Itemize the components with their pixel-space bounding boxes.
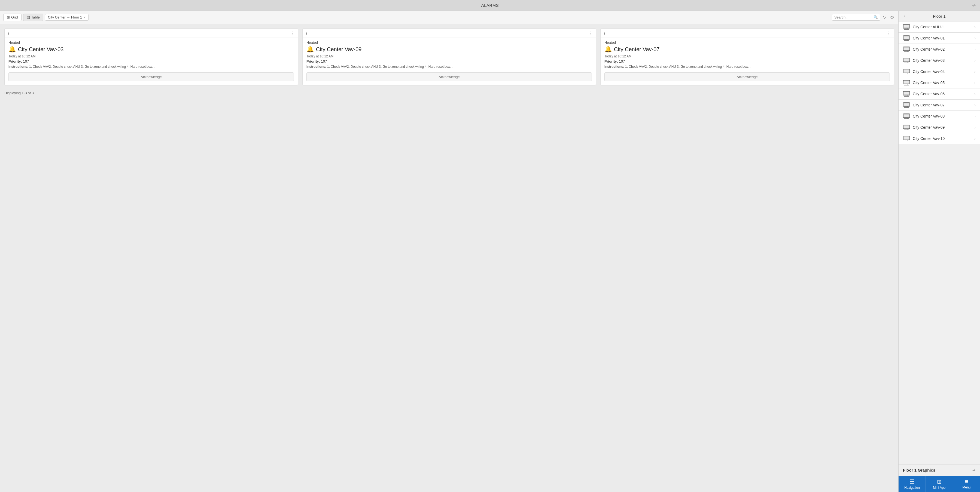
display-count: Displaying 1-3 of 3 [4,90,894,96]
card-3-title: City Center Vav-07 [614,46,659,52]
sidebar-chevron-7: › [974,103,976,107]
sidebar-item-name-6: City Center Vav-06 [913,92,945,96]
mini-app-label: Mini App [933,486,945,490]
filter-button[interactable]: ▽ [882,14,888,21]
alarm-cards-row: ℹ ⋮ Heated 🔔 City Center Vav-03 Today at… [4,28,894,86]
table-view-button[interactable]: ▤ Table [23,14,43,21]
svg-rect-51 [904,136,909,139]
card-2-menu-icon[interactable]: ⋮ [588,31,592,36]
sidebar-item-8[interactable]: City Center Vav-08 › [899,111,980,122]
sidebar-item-9[interactable]: City Center Vav-09 › [899,122,980,133]
sidebar-item-left-3: City Center Vav-03 [903,58,945,63]
card-3-priority: Priority: 107 [605,59,890,63]
search-input[interactable] [834,15,872,19]
card-3-menu-icon[interactable]: ⋮ [886,31,890,36]
device-icon-7 [903,102,910,108]
acknowledge-button-2[interactable]: Acknowledge [306,72,592,81]
svg-rect-31 [904,92,909,95]
sidebar-chevron-9: › [974,125,976,130]
floor-graphics-section: Floor 1 Graphics ⇌ [899,464,980,476]
sidebar-chevron-3: › [974,58,976,63]
search-box: 🔍 [832,14,880,21]
acknowledge-button-3[interactable]: Acknowledge [605,72,890,81]
sidebar-item-name-2: City Center Vav-02 [913,47,945,51]
sidebar-item-5[interactable]: City Center Vav-05 › [899,77,980,89]
card-2-category: Heated [306,41,592,44]
acknowledge-button-1[interactable]: Acknowledge [8,72,294,81]
card-3-timestamp: Today at 10:12 AM [605,54,890,58]
device-icon-9 [903,125,910,130]
gear-icon: ⚙ [890,15,894,20]
sidebar-chevron-0: › [974,25,976,29]
filter-icon: ▽ [883,15,886,20]
alarm-clock-icon-3: 🔔 [605,46,612,53]
sidebar: ← Floor 1 City Center AHU-1 › [898,11,980,492]
sidebar-item-0[interactable]: City Center AHU-1 › [899,22,980,33]
sidebar-item-10[interactable]: City Center Vav-10 › [899,133,980,144]
sidebar-item-name-1: City Center Vav-01 [913,36,945,40]
device-icon-0 [903,24,910,30]
card-2-timestamp: Today at 10:12 AM [306,54,592,58]
device-icon-4 [903,69,910,74]
sidebar-item-name-7: City Center Vav-07 [913,103,945,107]
card-1-menu-icon[interactable]: ⋮ [290,31,294,36]
floor-graphics-header[interactable]: Floor 1 Graphics ⇌ [899,465,980,476]
sidebar-header: ← Floor 1 [899,11,980,22]
alarm-clock-icon-2: 🔔 [306,46,314,53]
sidebar-chevron-2: › [974,47,976,51]
svg-rect-16 [904,59,909,61]
nav-menu[interactable]: ≡ Menu [953,476,980,492]
sidebar-item-left-0: City Center AHU-1 [903,24,944,30]
device-icon-5 [903,80,910,86]
sidebar-item-left-6: City Center Vav-06 [903,91,945,97]
nav-navigation[interactable]: ☰ Navigation [899,476,926,492]
sidebar-item-name-3: City Center Vav-03 [913,58,945,63]
sidebar-item-name-5: City Center Vav-05 [913,81,945,85]
svg-rect-36 [904,103,909,106]
sidebar-chevron-10: › [974,136,976,141]
sidebar-item-3[interactable]: City Center Vav-03 › [899,55,980,66]
navigation-label: Navigation [904,486,920,490]
sidebar-item-6[interactable]: City Center Vav-06 › [899,89,980,100]
svg-rect-41 [904,114,909,117]
sidebar-list: City Center AHU-1 › City Center Vav-01 › [899,22,980,464]
code-icon[interactable]: ⇌ [972,3,976,8]
content-area: ⊞ Grid ▤ Table City Center → Floor 1 × 🔍… [0,11,898,492]
svg-rect-21 [904,70,909,72]
sidebar-item-4[interactable]: City Center Vav-04 › [899,66,980,77]
settings-button[interactable]: ⚙ [889,14,895,21]
menu-icon: ≡ [965,478,968,485]
sidebar-item-left-7: City Center Vav-07 [903,102,945,108]
svg-rect-26 [904,81,909,84]
card-2-footer: Acknowledge [302,72,596,85]
card-1-category: Heated [8,41,294,44]
card-2-instructions: Instructions: 1. Check VAV2. Double chec… [306,65,592,69]
sidebar-item-7[interactable]: City Center Vav-07 › [899,100,980,111]
grid-view-button[interactable]: ⊞ Grid [3,14,22,21]
card-3-header: ℹ ⋮ [601,29,894,38]
card-1-timestamp: Today at 10:12 AM [8,54,294,58]
alarm-card-2: ℹ ⋮ Heated 🔔 City Center Vav-09 Today at… [302,28,596,86]
sidebar-item-left-5: City Center Vav-05 [903,80,945,86]
alarm-card-3: ℹ ⋮ Heated 🔔 City Center Vav-07 Today at… [600,28,894,86]
toolbar: ⊞ Grid ▤ Table City Center → Floor 1 × 🔍… [0,11,898,24]
card-2-title: City Center Vav-09 [316,46,361,52]
breadcrumb-tab[interactable]: City Center → Floor 1 × [45,14,89,21]
nav-mini-app[interactable]: ⊞ Mini App [926,476,953,492]
sidebar-item-2[interactable]: City Center Vav-02 › [899,44,980,55]
back-icon[interactable]: ← [903,14,907,19]
svg-rect-11 [904,48,909,50]
close-tab-button[interactable]: × [84,16,86,19]
card-1-footer: Acknowledge [5,72,298,85]
grid-icon: ⊞ [7,15,10,19]
table-label: Table [31,15,40,19]
info-icon-1: ℹ [8,31,9,35]
floor-graphics-title: Floor 1 Graphics [903,468,935,472]
sidebar-item-left-9: City Center Vav-09 [903,125,945,130]
card-1-priority: Priority: 107 [8,59,294,63]
card-1-body: Heated 🔔 City Center Vav-03 Today at 10:… [5,38,298,72]
card-2-body: Heated 🔔 City Center Vav-09 Today at 10:… [302,38,596,72]
sidebar-chevron-8: › [974,114,976,118]
sidebar-item-1[interactable]: City Center Vav-01 › [899,33,980,44]
info-icon-3: ℹ [604,31,605,35]
